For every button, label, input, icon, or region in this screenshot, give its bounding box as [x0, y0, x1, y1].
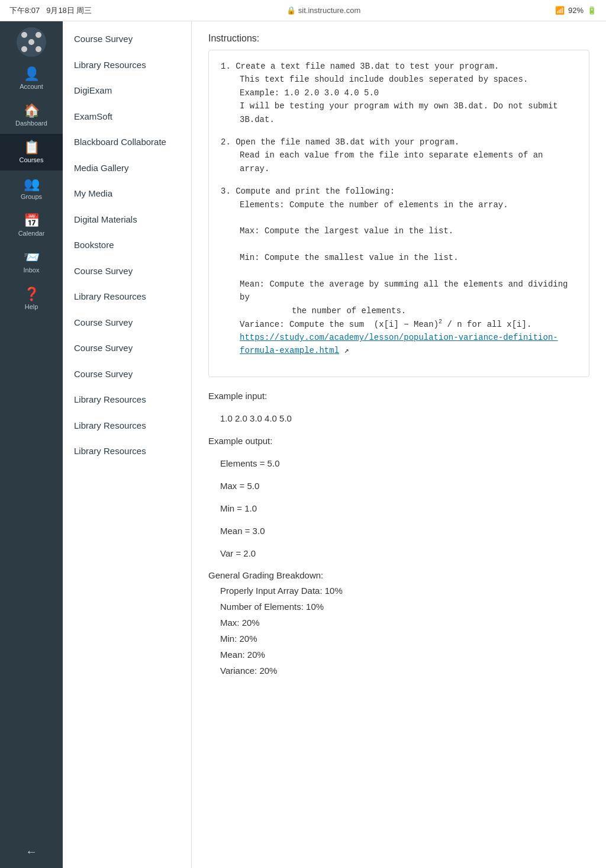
course-nav-item[interactable]: Bookstore	[63, 232, 191, 258]
app-layout: 👤 Account 🏠 Dashboard 📋 Courses 👥 Groups…	[0, 21, 606, 868]
course-nav-item[interactable]: Course Survey	[63, 335, 191, 361]
sidebar-item-account[interactable]: 👤 Account	[0, 60, 63, 97]
main-content: Instructions: 1. Create a text file name…	[192, 21, 606, 868]
status-url: 🔒 sit.instructure.com	[286, 6, 360, 15]
step3-variance: Variance: Compute the sum (x[i] − Mean)2…	[240, 317, 577, 331]
course-nav-item[interactable]: Media Gallery	[63, 155, 191, 181]
nav-collapse-button[interactable]: ←	[0, 835, 63, 868]
step3-min: Min: Compute the smallest value in the l…	[240, 251, 577, 264]
logo-dot	[28, 46, 34, 52]
course-nav-item[interactable]: Library Resources	[63, 52, 191, 78]
grading-title: General Grading Breakdown:	[208, 570, 589, 580]
sidebar-item-calendar[interactable]: 📅 Calendar	[0, 207, 63, 244]
course-nav-item[interactable]: Library Resources	[63, 438, 191, 464]
instructions-label: Instructions:	[208, 33, 589, 44]
step3: 3. Compute and print the following: Elem…	[221, 185, 577, 358]
step1-c: I will be testing your program with my o…	[240, 99, 577, 126]
inbox-icon: 📨	[24, 251, 40, 264]
calendar-label: Calendar	[18, 230, 45, 237]
collapse-icon: ←	[25, 845, 37, 858]
course-nav-item[interactable]: Course Survey	[63, 258, 191, 284]
grading-item-min: Min: 20%	[220, 631, 589, 647]
step2: 2. Open the file named 3B.dat with your …	[221, 136, 577, 175]
output-item-var: Var = 2.0	[220, 546, 589, 561]
groups-icon: 👥	[24, 178, 40, 191]
battery-label: 92%	[568, 6, 584, 15]
account-icon: 👤	[24, 67, 40, 81]
grading-section: General Grading Breakdown: Properly Inpu…	[208, 570, 589, 679]
step3-max: Max: Compute the largest value in the li…	[240, 224, 577, 237]
global-nav: 👤 Account 🏠 Dashboard 📋 Courses 👥 Groups…	[0, 21, 63, 868]
step3-mean: Mean: Compute the average by summing all…	[240, 278, 577, 304]
status-right: 📶 92% 🔋	[555, 6, 597, 15]
status-bar: 下午8:07 9月18日 周三 🔒 sit.instructure.com 📶 …	[0, 0, 606, 21]
grading-item-input: Properly Input Array Data: 10%	[220, 583, 589, 599]
course-nav-item[interactable]: Course Survey	[63, 26, 191, 52]
step1-a: This text file should include doubles se…	[240, 73, 577, 86]
courses-label: Courses	[20, 156, 44, 163]
dashboard-label: Dashboard	[15, 120, 47, 127]
course-nav: Course Survey Library Resources DigiExam…	[63, 21, 192, 868]
courses-icon: 📋	[24, 141, 40, 154]
logo-dots	[21, 32, 41, 52]
step3-mean2: the number of elements.	[292, 304, 577, 317]
date-label: 9月18日 周三	[46, 6, 92, 15]
step1-header: 1. Create a text file named 3B.dat to te…	[221, 60, 577, 73]
time-label: 下午8:07	[9, 6, 40, 15]
example-input-label: Example input:	[208, 389, 589, 403]
battery-icon: 🔋	[587, 6, 597, 15]
logo-dot	[36, 32, 41, 38]
logo-dot	[36, 39, 41, 45]
course-nav-item[interactable]: Course Survey	[63, 310, 191, 336]
output-item-min: Min = 1.0	[220, 501, 589, 516]
help-label: Help	[25, 303, 38, 310]
logo-dot	[28, 39, 34, 45]
step3-header: 3. Compute and print the following:	[221, 185, 577, 198]
canvas-logo[interactable]	[17, 27, 46, 57]
account-label: Account	[20, 83, 43, 90]
example-input-value: 1.0 2.0 3.0 4.0 5.0	[220, 412, 589, 426]
course-nav-item[interactable]: Library Resources	[63, 413, 191, 439]
logo-dot	[21, 39, 27, 45]
sidebar-item-help[interactable]: ❓ Help	[0, 281, 63, 317]
course-nav-item[interactable]: Course Survey	[63, 361, 191, 387]
example-output-label: Example output:	[208, 434, 589, 448]
step3-link[interactable]: https://study.com/academy/lesson/populat…	[240, 331, 577, 358]
grading-item-elements: Number of Elements: 10%	[220, 599, 589, 615]
wifi-icon: 📶	[555, 6, 565, 15]
grading-item-variance: Variance: 20%	[220, 663, 589, 679]
step3-elements: Elements: Compute the number of elements…	[240, 198, 577, 211]
groups-label: Groups	[21, 193, 42, 200]
variance-link[interactable]: https://study.com/academy/lesson/populat…	[240, 333, 558, 355]
output-item-mean: Mean = 3.0	[220, 524, 589, 538]
logo-dot	[21, 32, 27, 38]
sidebar-item-courses[interactable]: 📋 Courses	[0, 134, 63, 171]
output-item-elements: Elements = 5.0	[220, 456, 589, 471]
grading-item-mean: Mean: 20%	[220, 647, 589, 663]
course-nav-item[interactable]: Blackboard Col­laborate	[63, 129, 191, 155]
help-icon: ❓	[24, 288, 40, 301]
status-time: 下午8:07 9月18日 周三	[9, 5, 92, 16]
calendar-icon: 📅	[24, 214, 40, 227]
sidebar-item-dashboard[interactable]: 🏠 Dashboard	[0, 97, 63, 134]
course-nav-item[interactable]: ExamSoft	[63, 104, 191, 130]
course-nav-item[interactable]: My Media	[63, 181, 191, 207]
grading-item-max: Max: 20%	[220, 615, 589, 631]
sidebar-item-inbox[interactable]: 📨 Inbox	[0, 244, 63, 281]
sidebar-item-groups[interactable]: 👥 Groups	[0, 171, 63, 207]
inbox-label: Inbox	[24, 266, 40, 274]
logo-dot	[21, 46, 27, 52]
course-nav-item[interactable]: Library Resources	[63, 284, 191, 310]
course-nav-item[interactable]: Digital Materials	[63, 207, 191, 233]
step1-b: Example: 1.0 2.0 3.0 4.0 5.0	[240, 86, 577, 99]
instruction-box: 1. Create a text file named 3B.dat to te…	[208, 50, 589, 377]
step2-a: Read in each value from the file into se…	[240, 149, 577, 175]
step1: 1. Create a text file named 3B.dat to te…	[221, 60, 577, 126]
logo-dot	[36, 46, 41, 52]
step2-header: 2. Open the file named 3B.dat with your …	[221, 136, 577, 149]
logo-dot	[28, 32, 34, 38]
course-nav-item[interactable]: DigiExam	[63, 78, 191, 104]
output-item-max: Max = 5.0	[220, 479, 589, 493]
dashboard-icon: 🏠	[24, 104, 40, 117]
course-nav-item[interactable]: Library Resources	[63, 387, 191, 413]
